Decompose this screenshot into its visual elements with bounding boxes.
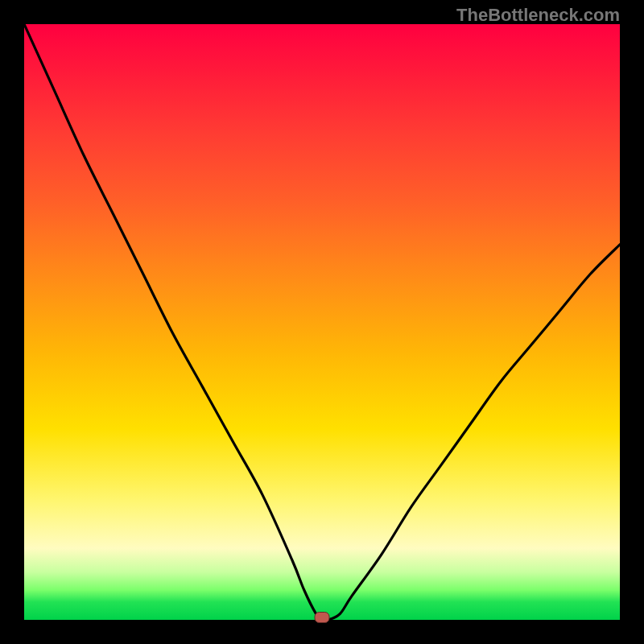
bottleneck-curve [24,24,620,620]
plot-area [24,24,620,620]
watermark-text: TheBottleneck.com [456,5,620,26]
optimal-point-marker [315,612,330,623]
chart-frame: TheBottleneck.com [0,0,644,644]
